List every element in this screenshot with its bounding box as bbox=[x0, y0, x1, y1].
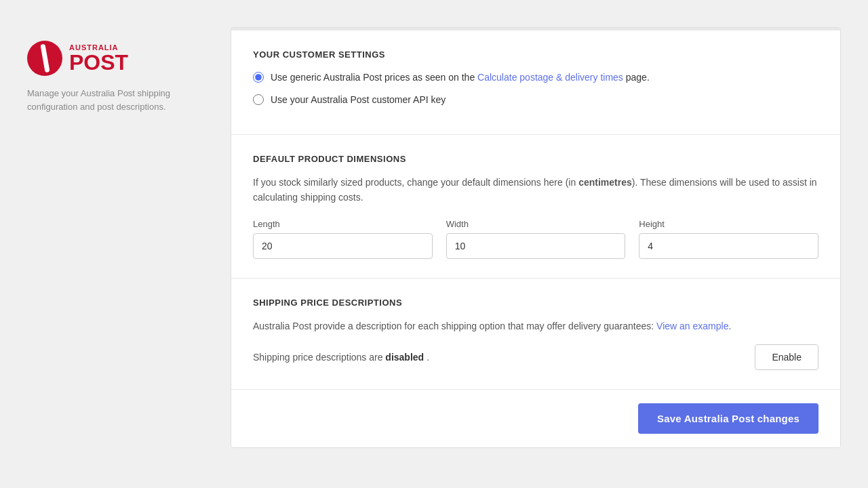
shipping-status-row: Shipping price descriptions are disabled… bbox=[253, 344, 818, 370]
main-content: YOUR CUSTOMER SETTINGS Use generic Austr… bbox=[231, 27, 841, 448]
shipping-descriptions-title: SHIPPING PRICE DESCRIPTIONS bbox=[253, 298, 818, 308]
australia-post-logo-icon bbox=[27, 41, 62, 76]
logo-post-text: POST bbox=[69, 52, 128, 73]
sidebar: AUSTRALIA POST Manage your Australia Pos… bbox=[27, 27, 231, 127]
sidebar-description: Manage your Australia Post shipping conf… bbox=[27, 87, 217, 113]
default-dimensions-title: DEFAULT PRODUCT DIMENSIONS bbox=[253, 154, 818, 164]
length-label: Length bbox=[253, 219, 433, 229]
length-field: Length bbox=[253, 219, 433, 259]
calculate-postage-link[interactable]: Calculate postage & delivery times bbox=[477, 72, 623, 83]
height-input[interactable] bbox=[639, 233, 818, 259]
page-wrapper: AUSTRALIA POST Manage your Australia Pos… bbox=[0, 14, 868, 474]
view-example-link[interactable]: View an example bbox=[656, 321, 728, 331]
radio-api-key-input[interactable] bbox=[253, 94, 264, 105]
radio-api-key-label: Use your Australia Post customer API key bbox=[271, 93, 446, 107]
shipping-description-text: Australia Post provide a description for… bbox=[253, 319, 818, 333]
save-section: Save Australia Post changes bbox=[231, 390, 840, 447]
enable-button[interactable]: Enable bbox=[755, 344, 818, 370]
shipping-descriptions-section: SHIPPING PRICE DESCRIPTIONS Australia Po… bbox=[231, 279, 840, 390]
default-dimensions-section: DEFAULT PRODUCT DIMENSIONS If you stock … bbox=[231, 135, 840, 279]
height-field: Height bbox=[639, 219, 818, 259]
width-field: Width bbox=[446, 219, 626, 259]
logo-container: AUSTRALIA POST bbox=[27, 41, 217, 76]
radio-option-generic-prices[interactable]: Use generic Australia Post prices as see… bbox=[253, 70, 818, 85]
radio-option-api-key[interactable]: Use your Australia Post customer API key bbox=[253, 93, 818, 107]
length-input[interactable] bbox=[253, 233, 433, 259]
dimensions-row: Length Width Height bbox=[253, 219, 818, 259]
dimensions-description: If you stock similarly sized products, c… bbox=[253, 175, 818, 205]
customer-settings-title: YOUR CUSTOMER SETTINGS bbox=[253, 49, 818, 60]
shipping-status-text: Shipping price descriptions are disabled… bbox=[253, 352, 429, 363]
radio-generic-prices-input[interactable] bbox=[253, 72, 264, 83]
width-input[interactable] bbox=[446, 233, 626, 259]
customer-settings-section: YOUR CUSTOMER SETTINGS Use generic Austr… bbox=[231, 30, 840, 135]
save-australia-post-button[interactable]: Save Australia Post changes bbox=[638, 403, 818, 434]
radio-generic-prices-label: Use generic Australia Post prices as see… bbox=[271, 70, 650, 85]
logo-text-block: AUSTRALIA POST bbox=[69, 44, 128, 73]
height-label: Height bbox=[639, 219, 818, 229]
width-label: Width bbox=[446, 219, 626, 229]
